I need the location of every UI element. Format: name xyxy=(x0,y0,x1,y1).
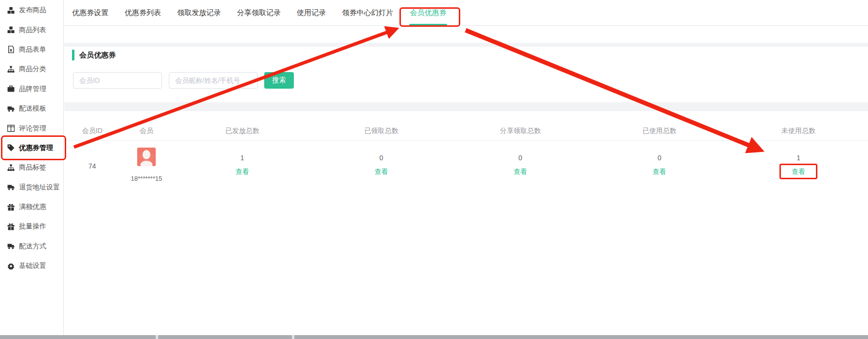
tab-label: 领取发放记录 xyxy=(177,8,221,18)
member-name-input[interactable] xyxy=(169,72,258,89)
tab-label: 使用记录 xyxy=(297,8,326,18)
used-total-cell: 0 查看 xyxy=(590,141,729,182)
sidebar-item-label: 退货地址设置 xyxy=(19,183,60,192)
cubes-icon xyxy=(7,7,15,14)
tab-share-claim-records[interactable]: 分享领取记录 xyxy=(237,0,281,25)
member-id-value: 74 xyxy=(64,141,120,182)
sidebar-item-basic-settings[interactable]: 基础设置 xyxy=(0,256,63,276)
sidebar-item-product-list[interactable]: 商品列表 xyxy=(0,20,63,39)
tab-usage-records[interactable]: 使用记录 xyxy=(297,0,326,25)
horizontal-scrollbar[interactable] xyxy=(0,335,868,339)
sidebar-item-label: 配送模板 xyxy=(19,104,46,113)
sidebar-item-label: 商品标签 xyxy=(19,163,46,172)
tab-label: 优惠券设置 xyxy=(72,8,108,18)
sidebar-item-batch-operations[interactable]: 批量操作 xyxy=(0,217,63,236)
sidebar-item-comment-management[interactable]: 评论管理 xyxy=(0,118,63,138)
sidebar-item-label: 评论管理 xyxy=(19,124,46,133)
sitemap-icon xyxy=(7,66,15,73)
issued-total-cell: 1 查看 xyxy=(173,141,312,182)
sidebar-item-full-discount[interactable]: 满额优惠 xyxy=(0,197,63,217)
share-received-total-value: 0 xyxy=(451,153,590,162)
tag-icon xyxy=(7,144,15,151)
sidebar-item-shipping-template[interactable]: 配送模板 xyxy=(0,99,63,118)
col-header-share-received-total: 分享领取总数 xyxy=(451,127,590,135)
sidebar-item-label: 商品表单 xyxy=(19,45,46,54)
received-total-value: 0 xyxy=(312,153,451,162)
cubes-icon xyxy=(7,26,15,34)
member-phone-masked: 18*******15 xyxy=(131,175,162,182)
col-header-received-total: 已领取总数 xyxy=(312,127,451,135)
sidebar-item-brand-management[interactable]: 品牌管理 xyxy=(0,79,63,99)
member-coupon-table: 会员ID 会员 已发放总数 已领取总数 分享领取总数 已使用总数 未使用总数 7… xyxy=(64,111,868,182)
tab-coupon-list[interactable]: 优惠券列表 xyxy=(125,0,161,25)
member-cell: 18*******15 xyxy=(120,141,173,182)
sidebar-item-label: 批量操作 xyxy=(19,222,46,231)
issued-total-value: 1 xyxy=(173,153,312,162)
sidebar-item-product-form[interactable]: 商品表单 xyxy=(0,40,63,59)
sidebar-item-label: 优惠券管理 xyxy=(19,144,53,152)
sidebar-item-return-address[interactable]: 退货地址设置 xyxy=(0,178,63,197)
separator xyxy=(64,43,868,47)
section-title: 会员优惠券 xyxy=(72,49,116,61)
scrollbar-notch xyxy=(156,335,158,339)
tab-claim-issue-records[interactable]: 领取发放记录 xyxy=(177,0,221,25)
tab-label: 会员优惠券 xyxy=(410,8,447,18)
section-title-accent-bar xyxy=(72,50,74,60)
col-header-unused-total: 未使用总数 xyxy=(729,127,868,135)
scrollbar-notch xyxy=(292,335,294,339)
tab-label: 优惠券列表 xyxy=(125,8,161,18)
person-icon xyxy=(137,148,156,166)
search-button[interactable]: 搜索 xyxy=(264,72,294,89)
sidebar: 发布商品 商品列表 商品表单 商品分类 品牌管理 配送模板 评论管理 优惠券管理… xyxy=(0,0,64,335)
sidebar-item-publish-product[interactable]: 发布商品 xyxy=(0,0,63,20)
columns-icon xyxy=(7,125,15,132)
gift-icon xyxy=(7,223,15,230)
table-header-row: 会员ID 会员 已发放总数 已领取总数 分享领取总数 已使用总数 未使用总数 xyxy=(64,111,868,141)
sidebar-item-label: 商品列表 xyxy=(19,26,46,35)
view-unused-link[interactable]: 查看 xyxy=(792,167,805,176)
sidebar-item-product-tags[interactable]: 商品标签 xyxy=(0,158,63,177)
sitemap-icon xyxy=(7,164,15,171)
sidebar-item-label: 发布商品 xyxy=(19,6,46,15)
sidebar-item-product-category[interactable]: 商品分类 xyxy=(0,59,63,79)
member-id-input[interactable] xyxy=(73,72,162,89)
col-header-used-total: 已使用总数 xyxy=(590,127,729,135)
gift-icon xyxy=(7,204,15,211)
section-title-text: 会员优惠券 xyxy=(79,51,116,60)
sidebar-item-label: 满额优惠 xyxy=(19,203,46,211)
view-used-link[interactable]: 查看 xyxy=(652,167,666,176)
share-received-total-cell: 0 查看 xyxy=(451,141,590,182)
unused-total-value: 1 xyxy=(729,153,868,162)
gear-icon xyxy=(7,263,15,270)
truck-icon xyxy=(7,243,15,250)
sidebar-item-shipping-method[interactable]: 配送方式 xyxy=(0,237,63,256)
tab-member-coupons[interactable]: 会员优惠券 xyxy=(409,0,447,25)
tab-label: 领券中心幻灯片 xyxy=(342,8,393,18)
received-total-cell: 0 查看 xyxy=(312,141,451,182)
view-received-link[interactable]: 查看 xyxy=(375,167,388,176)
tab-coupon-settings[interactable]: 优惠券设置 xyxy=(72,0,108,25)
view-share-received-link[interactable]: 查看 xyxy=(513,167,527,176)
briefcase-icon xyxy=(7,85,15,93)
table-row: 74 18*******15 1 查看 0 查看 0 查看 0 xyxy=(64,141,868,182)
file-icon xyxy=(7,46,15,53)
col-header-issued-total: 已发放总数 xyxy=(173,127,312,135)
col-header-member-id: 会员ID xyxy=(64,127,120,135)
unused-total-cell: 1 查看 xyxy=(729,141,868,182)
sidebar-item-label: 商品分类 xyxy=(19,65,46,74)
used-total-value: 0 xyxy=(590,153,729,162)
sidebar-item-label: 配送方式 xyxy=(19,242,46,251)
view-issued-link[interactable]: 查看 xyxy=(235,167,249,176)
tab-coupon-center-slides[interactable]: 领券中心幻灯片 xyxy=(342,0,393,25)
truck-icon xyxy=(7,184,15,191)
sidebar-item-coupon-management[interactable]: 优惠券管理 xyxy=(0,138,63,158)
coupon-tab-bar: 优惠券设置 优惠券列表 领取发放记录 分享领取记录 使用记录 领券中心幻灯片 会… xyxy=(64,0,868,26)
sidebar-item-label: 基础设置 xyxy=(19,262,46,270)
tab-label: 分享领取记录 xyxy=(237,8,281,18)
separator xyxy=(64,102,868,111)
col-header-member: 会员 xyxy=(120,127,173,135)
truck-icon xyxy=(7,105,15,113)
sidebar-item-label: 品牌管理 xyxy=(19,85,46,94)
member-avatar xyxy=(137,148,156,166)
